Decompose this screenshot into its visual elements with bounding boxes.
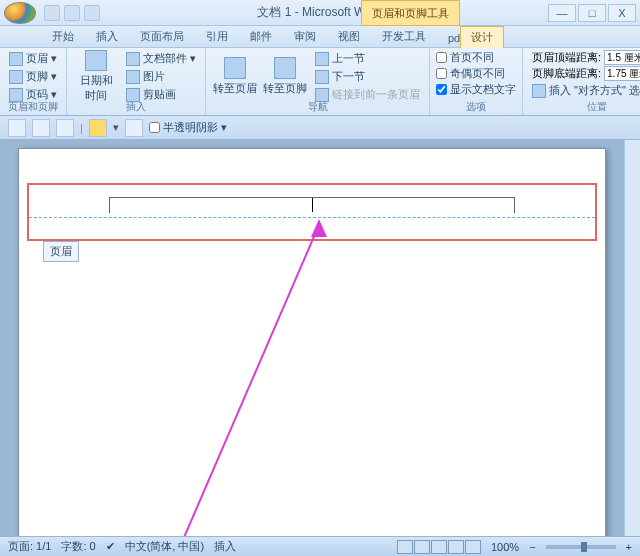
footer-bottom-input[interactable] [604, 66, 640, 81]
contextual-tab-label: 页眉和页脚工具 [361, 0, 460, 26]
footer-icon [9, 70, 23, 84]
view-outline-icon[interactable] [448, 540, 464, 554]
secondary-toolbar: | ▾ 半透明阴影 ▾ [0, 116, 640, 140]
view-buttons [397, 540, 481, 554]
prev-section-button[interactable]: 上一节 [312, 50, 423, 67]
picture-button[interactable]: 图片 [123, 68, 199, 85]
parts-icon [126, 52, 140, 66]
tb-btn-1[interactable] [8, 119, 26, 137]
goto-header-icon [224, 57, 246, 79]
text-cursor [312, 198, 313, 212]
picture-icon [126, 70, 140, 84]
view-draft-icon[interactable] [465, 540, 481, 554]
office-button[interactable] [4, 2, 36, 24]
close-button[interactable]: X [608, 4, 636, 22]
footer-button[interactable]: 页脚 ▾ [6, 68, 60, 85]
diff-odd-even-checkbox[interactable]: 奇偶页不同 [436, 66, 516, 81]
group-header-footer: 页眉 ▾ 页脚 ▾ 页码 ▾ 页眉和页脚 [0, 48, 67, 115]
tab-references[interactable]: 引用 [196, 26, 238, 47]
qat-save-icon[interactable] [44, 5, 60, 21]
calendar-icon [85, 50, 107, 71]
title-bar: 文档 1 - Microsoft Word 页眉和页脚工具 — □ X [0, 0, 640, 26]
qat-redo-icon[interactable] [84, 5, 100, 21]
up-icon [315, 52, 329, 66]
show-doc-text-checkbox[interactable]: 显示文档文字 [436, 82, 516, 97]
zoom-slider[interactable] [546, 545, 616, 549]
quick-parts-button[interactable]: 文档部件 ▾ [123, 50, 199, 67]
align-tab-icon [532, 84, 546, 98]
goto-footer-icon [274, 57, 296, 79]
status-page[interactable]: 页面: 1/1 [8, 539, 51, 554]
down-icon [315, 70, 329, 84]
next-section-button[interactable]: 下一节 [312, 68, 423, 85]
status-insert-mode[interactable]: 插入 [214, 539, 236, 554]
qat-undo-icon[interactable] [64, 5, 80, 21]
header-button[interactable]: 页眉 ▾ [6, 50, 60, 67]
tb-btn-2[interactable] [32, 119, 50, 137]
tab-insert[interactable]: 插入 [86, 26, 128, 47]
tb-pen-icon[interactable] [89, 119, 107, 137]
view-web-layout-icon[interactable] [431, 540, 447, 554]
group-position: 页眉顶端距离: 页脚底端距离: 插入 "对齐方式" 选项卡 位置 [523, 48, 640, 115]
zoom-out-button[interactable]: − [529, 541, 535, 553]
goto-footer-button[interactable]: 转至页脚 [262, 50, 308, 103]
group-navigation: 转至页眉 转至页脚 上一节 下一节 链接到前一条页眉 导航 [206, 48, 430, 115]
ghost-shadow-checkbox[interactable]: 半透明阴影 ▾ [149, 120, 227, 135]
goto-header-button[interactable]: 转至页眉 [212, 50, 258, 103]
header-rule [109, 197, 515, 213]
tab-page-layout[interactable]: 页面布局 [130, 26, 194, 47]
view-print-layout-icon[interactable] [397, 540, 413, 554]
quick-access-toolbar [44, 5, 100, 21]
diff-first-page-checkbox[interactable]: 首页不同 [436, 50, 516, 65]
tab-review[interactable]: 审阅 [284, 26, 326, 47]
tab-design[interactable]: 设计 [460, 26, 504, 48]
header-icon [9, 52, 23, 66]
tb-btn-3[interactable] [56, 119, 74, 137]
tab-view[interactable]: 视图 [328, 26, 370, 47]
annotation-arrow [149, 219, 369, 536]
tb-eraser-icon[interactable] [125, 119, 143, 137]
date-time-button[interactable]: 日期和 时间 [73, 50, 119, 103]
footer-bottom-distance: 页脚底端距离: [529, 66, 640, 81]
document-area: 页眉 [0, 140, 640, 536]
status-bar: 页面: 1/1 字数: 0 ✔ 中文(简体, 中国) 插入 100% − + [0, 536, 640, 556]
insert-align-tab-button[interactable]: 插入 "对齐方式" 选项卡 [529, 82, 640, 99]
header-boundary-line [29, 217, 595, 218]
header-top-distance: 页眉顶端距离: [529, 50, 640, 65]
header-top-input[interactable] [604, 50, 640, 65]
view-full-screen-icon[interactable] [414, 540, 430, 554]
zoom-in-button[interactable]: + [626, 541, 632, 553]
header-tag: 页眉 [43, 241, 79, 262]
maximize-button[interactable]: □ [578, 4, 606, 22]
svg-line-0 [179, 225, 319, 536]
minimize-button[interactable]: — [548, 4, 576, 22]
tab-mailings[interactable]: 邮件 [240, 26, 282, 47]
zoom-percent[interactable]: 100% [491, 541, 519, 553]
ribbon-tabs: 开始 插入 页面布局 引用 邮件 审阅 视图 开发工具 pdf toolset … [0, 26, 640, 48]
status-words[interactable]: 字数: 0 [61, 539, 95, 554]
tab-developer[interactable]: 开发工具 [372, 26, 436, 47]
group-options: 首页不同 奇偶页不同 显示文档文字 选项 [430, 48, 523, 115]
page[interactable]: 页眉 [18, 148, 606, 536]
header-highlight-box [27, 183, 597, 241]
status-proof-icon[interactable]: ✔ [106, 540, 115, 553]
tab-home[interactable]: 开始 [42, 26, 84, 47]
group-insert: 日期和 时间 文档部件 ▾ 图片 剪贴画 插入 [67, 48, 206, 115]
status-language[interactable]: 中文(简体, 中国) [125, 539, 204, 554]
ribbon: 页眉 ▾ 页脚 ▾ 页码 ▾ 页眉和页脚 日期和 时间 文档部件 ▾ 图片 剪贴… [0, 48, 640, 116]
vertical-scrollbar[interactable] [624, 140, 640, 536]
